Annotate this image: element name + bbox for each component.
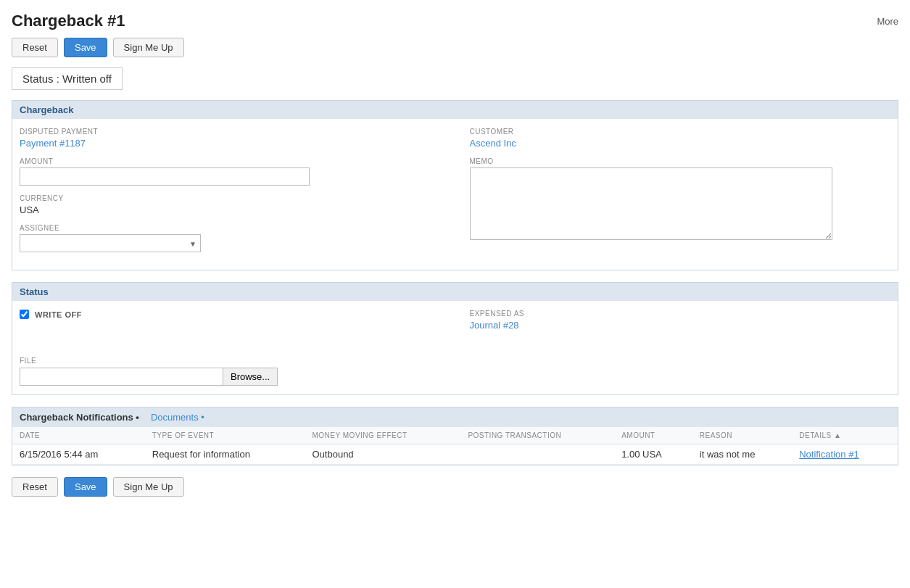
- sign-me-up-button-bottom[interactable]: Sign Me Up: [113, 477, 184, 497]
- notifications-tab[interactable]: Chargeback Notifications •: [20, 412, 139, 423]
- amount-field: AMOUNT 1.00: [20, 157, 441, 186]
- notification-link[interactable]: Notification #1: [799, 449, 859, 460]
- reset-button-bottom[interactable]: Reset: [12, 477, 58, 497]
- chargeback-form-grid: DISPUTED PAYMENT Payment #1187 AMOUNT 1.…: [20, 128, 890, 261]
- status-right-column: EXPENSED AS Journal #28: [470, 310, 891, 339]
- expensed-as-label: EXPENSED AS: [470, 310, 891, 318]
- memo-textarea[interactable]: [470, 167, 832, 240]
- cell-money_moving_effect: Outbound: [305, 444, 461, 465]
- col-details: DETAILS ▲: [792, 427, 898, 444]
- chargeback-left-column: DISPUTED PAYMENT Payment #1187 AMOUNT 1.…: [20, 128, 441, 261]
- file-text-input[interactable]: [20, 368, 223, 386]
- assignee-label: ASSIGNEE: [20, 224, 441, 232]
- cell-date: 6/15/2016 5:44 am: [12, 444, 145, 465]
- write-off-row: WRITE OFF: [20, 310, 441, 319]
- disputed-payment-label: DISPUTED PAYMENT: [20, 128, 441, 136]
- col-type: TYPE OF EVENT: [145, 427, 305, 444]
- top-toolbar: Reset Save Sign Me Up: [12, 38, 898, 57]
- notifications-header: Chargeback Notifications • Documents •: [12, 407, 898, 427]
- col-money: MONEY MOVING EFFECT: [305, 427, 461, 444]
- disputed-payment-field: DISPUTED PAYMENT Payment #1187: [20, 128, 441, 149]
- documents-tab[interactable]: Documents •: [151, 412, 204, 423]
- notifications-table: DATE TYPE OF EVENT MONEY MOVING EFFECT P…: [12, 427, 898, 465]
- expensed-as-value[interactable]: Journal #28: [470, 320, 891, 331]
- cell-type_of_event: Request for information: [145, 444, 305, 465]
- write-off-label: WRITE OFF: [35, 310, 82, 319]
- file-section: FILE Browse...: [12, 348, 898, 394]
- notifications-table-body: 6/15/2016 5:44 amRequest for information…: [12, 444, 898, 465]
- assignee-select[interactable]: [20, 234, 201, 252]
- sign-me-up-button-top[interactable]: Sign Me Up: [113, 38, 184, 57]
- browse-button[interactable]: Browse...: [223, 368, 278, 386]
- memo-field: MEMO: [470, 157, 891, 242]
- chargeback-section-header: Chargeback: [12, 101, 898, 119]
- save-button-bottom[interactable]: Save: [64, 477, 107, 497]
- more-link[interactable]: More: [877, 16, 898, 27]
- write-off-checkbox[interactable]: [20, 310, 29, 319]
- table-row: 6/15/2016 5:44 amRequest for information…: [12, 444, 898, 465]
- file-input-row: Browse...: [20, 368, 890, 386]
- file-label: FILE: [20, 357, 890, 365]
- cell-reason: it was not me: [692, 444, 792, 465]
- cell-posting_transaction: [460, 444, 614, 465]
- col-date: DATE: [12, 427, 145, 444]
- notifications-table-head: DATE TYPE OF EVENT MONEY MOVING EFFECT P…: [12, 427, 898, 444]
- bottom-toolbar: Reset Save Sign Me Up: [12, 477, 898, 497]
- status-left-column: WRITE OFF: [20, 310, 441, 339]
- assignee-select-wrapper: ▼: [20, 234, 201, 252]
- col-amount: AMOUNT: [614, 427, 692, 444]
- customer-value[interactable]: Ascend Inc: [470, 138, 891, 149]
- customer-label: CUSTOMER: [470, 128, 891, 136]
- customer-field: CUSTOMER Ascend Inc: [470, 128, 891, 149]
- page-header: Chargeback #1 More: [12, 12, 898, 30]
- page-title: Chargeback #1: [12, 12, 125, 30]
- cell-details: Notification #1: [792, 444, 898, 465]
- status-section-body: WRITE OFF EXPENSED AS Journal #28: [12, 301, 898, 348]
- notifications-table-header-row: DATE TYPE OF EVENT MONEY MOVING EFFECT P…: [12, 427, 898, 444]
- chargeback-section-body: DISPUTED PAYMENT Payment #1187 AMOUNT 1.…: [12, 119, 898, 270]
- chargeback-section: Chargeback DISPUTED PAYMENT Payment #118…: [12, 100, 898, 270]
- status-badge: Status : Written off: [12, 67, 123, 90]
- cell-amount: 1.00 USA: [614, 444, 692, 465]
- save-button-top[interactable]: Save: [64, 38, 107, 57]
- col-posting: POSTING TRANSACTION: [460, 427, 614, 444]
- chargeback-right-column: CUSTOMER Ascend Inc MEMO: [470, 128, 891, 261]
- col-reason: REASON: [692, 427, 792, 444]
- disputed-payment-value[interactable]: Payment #1187: [20, 138, 441, 149]
- expensed-as-field: EXPENSED AS Journal #28: [470, 310, 891, 331]
- currency-label: CURRENCY: [20, 194, 441, 202]
- reset-button-top[interactable]: Reset: [12, 38, 58, 57]
- status-section: Status WRITE OFF EXPENSED AS Journal #28…: [12, 282, 898, 395]
- memo-label: MEMO: [470, 157, 891, 165]
- currency-value: USA: [20, 204, 441, 215]
- assignee-field: ASSIGNEE ▼: [20, 224, 441, 252]
- notifications-section: Chargeback Notifications • Documents • D…: [12, 407, 898, 465]
- currency-field: CURRENCY USA: [20, 194, 441, 215]
- status-section-header: Status: [12, 283, 898, 301]
- amount-input[interactable]: 1.00: [20, 167, 310, 186]
- amount-label: AMOUNT: [20, 157, 441, 165]
